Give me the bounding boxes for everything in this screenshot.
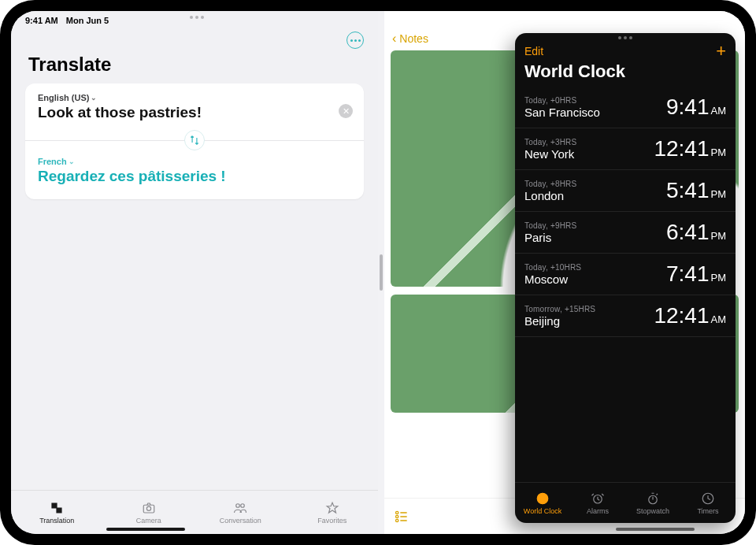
world-clock-row[interactable]: Today, +0HRSSan Francisco9:41AM [515,87,736,128]
translate-tabbar: Translation Camera Conversation Favorite… [11,490,378,534]
clock-city: Moscow [524,272,581,286]
clock-ampm: PM [711,272,727,284]
home-indicator[interactable] [616,528,695,531]
translated-text: Regardez ces pâtisseries ! [38,168,351,185]
clock-ampm: PM [711,146,727,158]
clock-time: 5:41PM [666,178,726,203]
close-icon: ✕ [343,107,350,116]
alarm-icon [590,491,606,506]
status-time: 9:41 AM [25,16,58,25]
battery-icon [713,13,731,22]
clock-offset: Today, +10HRS [524,263,581,272]
people-icon [232,501,248,515]
svg-point-2 [146,506,150,510]
drag-handle-icon [380,254,383,291]
multitask-handle-icon[interactable] [190,16,204,19]
clock-ampm: PM [711,188,727,200]
clock-city: London [524,189,576,202]
clock-time: 6:41PM [666,220,726,245]
clock-time: 12:41PM [654,136,726,161]
timer-icon [700,491,716,506]
tab-alarms[interactable]: Alarms [570,483,625,523]
ellipsis-icon [350,39,361,42]
source-text[interactable]: Look at those pastries! [38,104,351,121]
battery-pct: 100% [687,13,709,22]
chevron-down-icon: ⌄ [69,158,75,165]
wifi-icon [671,13,682,21]
clock-offset: Today, +3HRS [524,138,576,146]
ipad-frame: 9:41 AM Mon Jun 5 100% Translate English… [0,0,756,545]
clock-ampm: AM [711,105,727,117]
clock-offset: Today, +8HRS [524,180,576,188]
edit-button[interactable]: Edit [524,45,543,57]
tab-conversation[interactable]: Conversation [195,491,287,534]
globe-icon [535,491,550,506]
translate-icon [49,501,65,515]
clock-offset: Today, +0HRS [524,96,600,105]
page-title: Translate [11,49,378,83]
swap-icon [189,135,200,146]
clock-time: 9:41AM [666,95,726,120]
clock-city: Paris [524,231,576,244]
clock-city: San Francisco [524,106,600,119]
clock-city: Beijing [524,314,595,328]
world-clock-row[interactable]: Tomorrow, +15HRSBeijing12:41AM [515,295,736,337]
svg-point-6 [396,515,398,517]
clock-ampm: PM [711,230,727,242]
more-button[interactable] [346,32,364,49]
tab-favorites[interactable]: Favorites [287,491,379,534]
clock-time: 7:41PM [666,261,726,287]
clock-ampm: AM [711,313,727,325]
clock-offset: Tomorrow, +15HRS [524,305,595,313]
checklist-icon[interactable] [394,509,410,525]
clock-offset: Today, +9HRS [524,221,576,230]
tab-translation[interactable]: Translation [11,491,103,534]
stopwatch-icon [645,491,661,506]
svg-point-7 [396,519,398,521]
home-indicator[interactable] [106,528,185,531]
world-clock-row[interactable]: Today, +8HRSLondon5:41PM [515,170,736,212]
svg-point-0 [676,20,677,21]
clock-city: New York [524,147,576,161]
clock-time: 12:41AM [654,303,726,328]
svg-point-5 [396,511,398,513]
translate-app: Translate English (US) ⌄ Look at those p… [11,11,378,534]
clock-tabbar: World Clock Alarms Stopwatch Timers [515,482,736,523]
add-clock-button[interactable]: + [716,43,726,60]
clock-app-slideover: Edit + World Clock Today, +0HRSSan Franc… [515,33,736,523]
tab-timers[interactable]: Timers [680,483,736,523]
status-bar-right: 100% [671,13,731,22]
screen: 9:41 AM Mon Jun 5 100% Translate English… [11,11,745,534]
split-view-divider[interactable] [378,11,384,534]
chevron-down-icon: ⌄ [91,94,97,102]
target-lang-selector[interactable]: French ⌄ [38,157,351,166]
tab-stopwatch[interactable]: Stopwatch [625,483,680,523]
world-clock-row[interactable]: Today, +9HRSParis6:41PM [515,212,736,254]
camera-icon [141,501,157,515]
card-divider [25,140,364,141]
svg-point-3 [236,503,240,507]
world-clock-row[interactable]: Today, +10HRSMoscow7:41PM [515,254,736,295]
right-pane: ‹ Notes Edit + Wo [384,11,745,534]
swap-languages-button[interactable] [184,130,205,150]
status-bar: 9:41 AM Mon Jun 5 [11,11,745,28]
source-lang-selector[interactable]: English (US) ⌄ [38,93,351,102]
clock-title: World Clock [515,60,736,87]
clear-button[interactable]: ✕ [339,104,353,118]
translation-card: English (US) ⌄ Look at those pastries! ✕… [25,83,364,199]
world-clock-row[interactable]: Today, +3HRSNew York12:41PM [515,128,736,170]
chevron-left-icon: ‹ [392,32,396,46]
svg-point-4 [241,503,245,507]
tab-world-clock[interactable]: World Clock [515,483,570,523]
star-icon [324,501,340,515]
status-date: Mon Jun 5 [66,16,109,25]
world-clock-list[interactable]: Today, +0HRSSan Francisco9:41AMToday, +3… [515,87,736,482]
